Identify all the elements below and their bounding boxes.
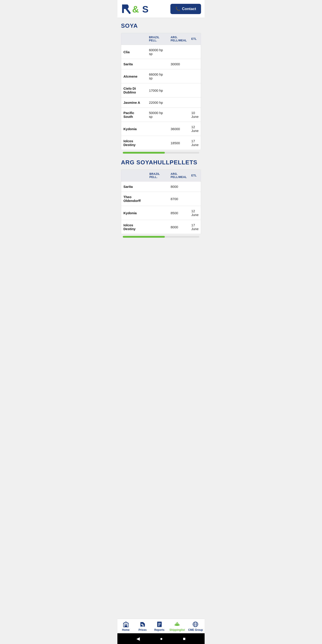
soya-col-brazil: BRAZIL PELL. — [147, 33, 168, 45]
cell-brazil — [147, 220, 168, 234]
contact-button[interactable]: 📞 Contact — [170, 4, 201, 14]
svg-rect-15 — [158, 626, 160, 626]
cell-name: Alcmene — [121, 69, 147, 84]
arg-table-header-row: BRAZIL PELL. ARG. PELL/MEAL ETL — [121, 170, 201, 182]
nav-item-shippinglist[interactable]: Shippinglist — [170, 621, 185, 632]
cell-name: Iolcos Destiny — [121, 220, 147, 234]
arg-col-brazil: BRAZIL PELL. — [147, 170, 168, 182]
svg-text:&: & — [132, 4, 139, 14]
svg-rect-5 — [126, 624, 127, 626]
cell-arg: 18500 — [168, 136, 189, 150]
svg-rect-4 — [124, 624, 126, 626]
cell-brazil — [147, 192, 168, 206]
arg-col-name — [121, 170, 147, 182]
cell-brazil — [147, 182, 168, 192]
contact-label: Contact — [182, 7, 196, 11]
svg-rect-0 — [122, 4, 124, 13]
svg-rect-14 — [158, 625, 160, 625]
table-row: Clia 60000 hp sp — [121, 45, 201, 59]
soya-title: SOYA — [121, 22, 201, 29]
cell-etl: 17 June — [189, 220, 201, 234]
cell-name: Iolcos Destiny — [121, 136, 147, 150]
cell-arg: 30000 — [168, 59, 189, 69]
nav-label-reports: Reports — [154, 628, 164, 632]
android-recent-button[interactable]: ■ — [183, 636, 186, 641]
soya-col-etl: ETL — [189, 33, 201, 45]
cell-name: Kydonia — [121, 206, 147, 220]
svg-rect-17 — [177, 622, 178, 623]
nav-label-home: Home — [122, 628, 130, 632]
nav-label-cme: CME Group — [188, 628, 203, 632]
cell-arg: 36000 — [168, 122, 189, 136]
cell-brazil: 17000 hp — [147, 84, 168, 98]
main-content: SOYA BRAZIL PELL. ARG. PELL/MEAL ETL Cli… — [118, 18, 204, 619]
nav-item-home[interactable]: Home — [119, 621, 132, 632]
cell-brazil — [147, 206, 168, 220]
logo-svg: & S — [121, 3, 152, 15]
nav-item-cme[interactable]: CME Group — [188, 621, 203, 632]
svg-rect-13 — [158, 624, 161, 624]
table-row: Pacific South 50000 hp sp 10 June — [121, 108, 201, 122]
soya-col-arg: ARG. PELL/MEAL — [168, 33, 189, 45]
nav-label-prices: Prices — [139, 628, 147, 632]
cell-arg: 8500 — [168, 206, 189, 220]
cell-arg: 8000 — [168, 182, 189, 192]
cell-name: Theo Oldendorff — [121, 192, 147, 206]
table-row: Theo Oldendorff 8700 — [121, 192, 201, 206]
cell-etl: 12 June — [189, 206, 201, 220]
nav-label-shippinglist: Shippinglist — [170, 628, 185, 632]
nav-item-reports[interactable]: Reports — [153, 621, 166, 632]
cell-etl: 17 June — [189, 136, 201, 150]
arg-col-arg: ARG. PELL/MEAL — [168, 170, 189, 182]
arg-scrollbar-thumb — [123, 236, 165, 238]
svg-rect-6 — [124, 626, 127, 627]
android-back-button[interactable]: ◀ — [136, 636, 140, 641]
table-row: Iolcos Destiny 18500 17 June — [121, 136, 201, 150]
svg-rect-16 — [176, 623, 178, 624]
cell-arg — [168, 108, 189, 122]
svg-rect-19 — [177, 624, 178, 624]
android-home-button[interactable]: ● — [160, 636, 162, 641]
android-nav-bar: ◀ ● ■ — [118, 633, 204, 644]
cell-brazil — [147, 59, 168, 69]
cell-brazil — [147, 136, 168, 150]
table-row: Iolcos Destiny 8000 17 June — [121, 220, 201, 234]
soya-scrollbar[interactable] — [123, 152, 199, 154]
cell-arg: 8000 — [168, 220, 189, 234]
cell-brazil — [147, 122, 168, 136]
cell-etl — [189, 182, 201, 192]
table-row: Jasmine A 22000 hp — [121, 98, 201, 108]
arg-col-etl: ETL — [189, 170, 201, 182]
cell-name: Clia — [121, 45, 147, 59]
cell-arg — [168, 98, 189, 108]
cell-arg — [168, 84, 189, 98]
svg-text:S: S — [142, 4, 148, 14]
arg-scrollbar[interactable] — [123, 236, 199, 238]
prices-icon — [140, 621, 146, 628]
bottom-nav: Home Prices Reports — [118, 619, 204, 633]
globe-icon — [192, 621, 198, 628]
cell-arg — [168, 69, 189, 84]
arg-table: BRAZIL PELL. ARG. PELL/MEAL ETL Sarita 8… — [121, 170, 201, 234]
svg-rect-18 — [176, 624, 177, 624]
table-row: Sarita 8000 — [121, 182, 201, 192]
table-row: Cielo Di Dublino 17000 hp — [121, 84, 201, 98]
cell-arg — [168, 45, 189, 59]
cell-name: Kydonia — [121, 122, 147, 136]
cell-etl — [189, 98, 201, 108]
table-row: Kydonia 36000 12 June — [121, 122, 201, 136]
cell-etl: 12 June — [189, 122, 201, 136]
app-header: & S 📞 Contact — [118, 0, 204, 18]
soya-table-container: BRAZIL PELL. ARG. PELL/MEAL ETL Clia 600… — [121, 33, 201, 150]
cell-brazil: 66000 hp sp — [147, 69, 168, 84]
arg-table-container: BRAZIL PELL. ARG. PELL/MEAL ETL Sarita 8… — [121, 170, 201, 234]
home-icon — [123, 621, 129, 628]
soya-section: SOYA BRAZIL PELL. ARG. PELL/MEAL ETL Cli… — [121, 22, 201, 154]
cell-brazil: 60000 hp sp — [147, 45, 168, 59]
cell-etl — [189, 84, 201, 98]
soya-col-name — [121, 33, 147, 45]
cell-etl — [189, 192, 201, 206]
nav-item-prices[interactable]: Prices — [136, 621, 149, 632]
cell-name: Jasmine A — [121, 98, 147, 108]
cell-arg: 8700 — [168, 192, 189, 206]
